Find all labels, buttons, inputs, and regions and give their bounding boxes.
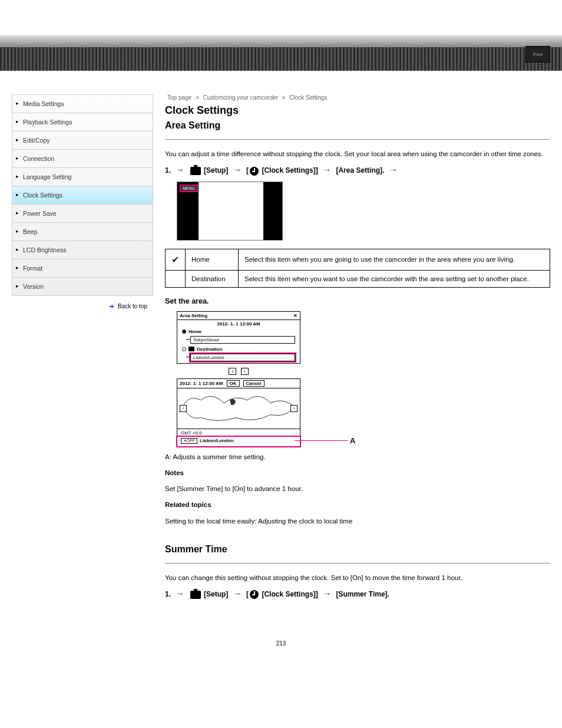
arrow-icon: → [233,165,242,174]
page-title: Clock Settings [165,104,550,117]
print-button[interactable]: Print [525,46,550,62]
dst-toggle[interactable]: ☀OFF [181,438,197,444]
clock-icon [250,167,259,176]
world-map: ‹ › [177,388,300,429]
check-cell: ✔ [166,249,186,270]
nav-arrows: ‹ › [177,367,300,375]
arrow-icon: → [323,165,331,174]
prev-button[interactable]: ‹ [229,368,236,375]
radio-destination[interactable] [182,347,186,351]
main-content: Top page > Customizing your camcorder > … [165,94,550,605]
option-label: Destination [186,270,239,287]
sidebar-item-playback-settings[interactable]: Playback Settings [12,113,153,131]
sidebar-item-lcd-brightness[interactable]: LCD Brightness [12,241,153,259]
destination-label: Destination [197,347,223,352]
next-button[interactable]: › [241,368,249,375]
breadcrumb-top[interactable]: Top page [167,94,191,101]
clock-icon [250,590,259,599]
arrow-icon: → [323,589,331,598]
sidebar: Media Settings Playback Settings Edit/Co… [12,94,153,605]
map-prev-button[interactable]: ‹ [180,405,187,412]
table-row: Destination Select this item when you wa… [166,270,550,287]
sidebar-item-version[interactable]: Version [12,278,153,295]
arrow-icon: → [389,165,398,174]
separator [165,139,550,140]
table-row: ✔ Home Select this item when you are goi… [166,249,550,270]
arrow-right-icon [109,303,114,309]
radio-home[interactable] [182,330,186,334]
world-map-icon [177,388,300,429]
summer-heading: Summer Time [165,544,550,555]
callout-desc: A: Adjusts a summer time setting. [165,452,550,462]
ok-button[interactable]: OK [227,380,240,387]
sidebar-item-connection[interactable]: Connection [12,150,153,168]
sidebar-item-media-settings[interactable]: Media Settings [12,95,153,113]
arrow-icon: → [176,589,184,598]
check-cell [166,270,186,287]
step-1: 1. → [Setup] → [ [Clock Settings]] → [Ar… [165,165,550,175]
back-to-top-link[interactable]: Back to top [12,296,153,317]
sidebar-item-beep[interactable]: Beep [12,223,153,241]
sidebar-list: Media Settings Playback Settings Edit/Co… [12,94,153,296]
map-datetime: 2012- 1- 1 12:00 AM [180,381,223,386]
summer-body: You can change this setting without stop… [165,573,550,583]
notes-body: Set [Summer Time] to [On] to advance 1 h… [165,484,550,494]
dst-row: ☀OFF Lisbon/London [177,437,300,446]
screen-illustration: MENU [177,182,283,241]
sidebar-item-power-save[interactable]: Power Save [12,205,153,223]
options-table: ✔ Home Select this item when you are goi… [165,249,550,288]
arrow-icon: → [176,165,184,174]
walk-icon [189,347,194,351]
sidebar-item-clock-settings[interactable]: Clock Settings [12,186,153,205]
dialog-datetime: 2012- 1- 1 12:00 AM [177,320,300,328]
related-heading: Related topics [165,500,550,510]
breadcrumb-clock[interactable]: Clock Settings [289,94,327,101]
home-label: Home [189,329,201,334]
map-next-button[interactable]: › [290,405,297,412]
dialog-title: Area Setting [180,313,207,318]
sidebar-item-language-setting[interactable]: Language Setting [12,168,153,186]
sidebar-item-format[interactable]: Format [12,259,153,278]
sub-heading: Set the area. [165,297,550,305]
breadcrumb: Top page > Customizing your camcorder > … [165,94,550,101]
option-desc: Select this item when you are going to u… [239,249,550,270]
option-label: Home [186,249,239,270]
arrow-icon: → [233,589,242,598]
area-setting-dialog: Area Setting ✕ 2012- 1- 1 12:00 AM Home … [177,311,300,364]
header-bar: Print [0,35,562,71]
toolbox-icon [190,167,201,175]
map-dialog: 2012- 1- 1 12:00 AM OK Cancel ‹ › GMT +0… [177,378,300,447]
close-icon[interactable]: ✕ [293,313,297,318]
option-desc: Select this item when you want to use th… [239,270,550,287]
home-value[interactable]: Tokyo/Seoul [190,336,295,344]
check-icon: ✔ [171,255,179,265]
notes-heading: Notes [165,468,550,478]
cancel-button[interactable]: Cancel [243,380,265,387]
separator [165,563,550,564]
sidebar-item-edit-copy[interactable]: Edit/Copy [12,131,153,150]
toolbox-icon [190,591,201,599]
breadcrumb-customizing[interactable]: Customizing your camcorder [203,94,278,101]
menu-badge-icon: MENU [180,185,198,192]
map-location: Lisbon/London [200,438,234,443]
intro-text: You can adjust a time difference without… [165,149,550,159]
section-title: Area Setting [165,120,550,131]
step-summer: 1. → [Setup] → [ [Clock Settings]] → [Su… [165,589,550,599]
page-number: 213 [0,640,562,647]
destination-value[interactable]: Lisbon/London [190,354,295,361]
related-text: Setting to the local time easily: Adjust… [165,516,550,526]
